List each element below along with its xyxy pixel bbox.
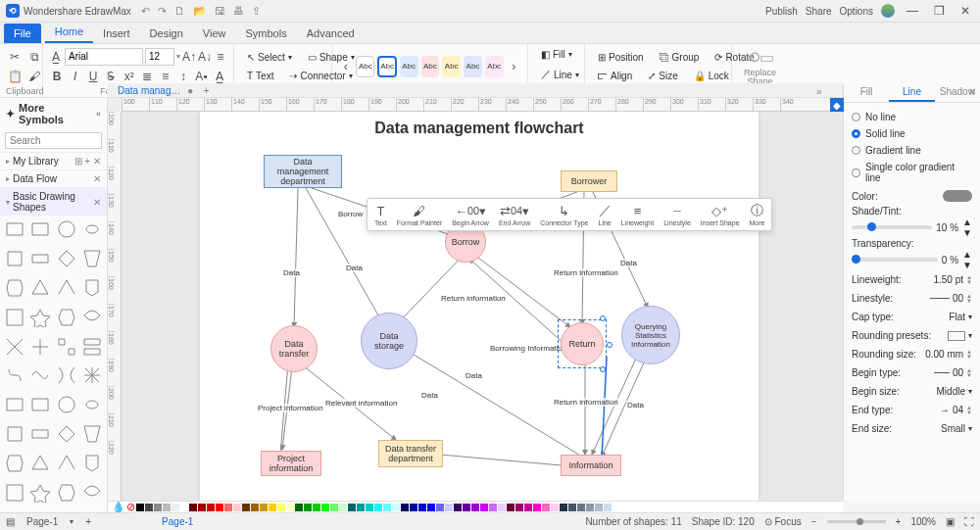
- shape-stencil[interactable]: [4, 249, 25, 268]
- shape-stencil[interactable]: [29, 424, 51, 444]
- node-information[interactable]: Information: [561, 455, 621, 476]
- color-swatch[interactable]: [507, 504, 514, 511]
- linestyle-preview[interactable]: [930, 298, 950, 299]
- shape-stencil[interactable]: [56, 219, 77, 239]
- color-swatch[interactable]: [295, 504, 303, 511]
- text-tool-button[interactable]: TText: [240, 68, 280, 84]
- color-swatch[interactable]: [489, 504, 497, 511]
- panel-close-icon[interactable]: ✕: [968, 86, 976, 97]
- shape-stencil[interactable]: [56, 454, 77, 473]
- style-swatch[interactable]: Abc: [400, 56, 418, 77]
- superscript-icon[interactable]: x²: [122, 68, 137, 85]
- color-swatch[interactable]: [216, 504, 223, 511]
- color-swatch[interactable]: [568, 504, 576, 511]
- fullscreen-icon[interactable]: ⛶: [964, 516, 974, 527]
- color-swatch[interactable]: [242, 504, 250, 511]
- color-swatch[interactable]: [410, 504, 417, 511]
- shape-stencil[interactable]: [29, 278, 51, 298]
- tab-symbols[interactable]: Symbols: [236, 24, 297, 43]
- styles-next-icon[interactable]: ›: [507, 58, 521, 75]
- color-swatch[interactable]: [357, 504, 365, 511]
- color-swatch[interactable]: [277, 504, 285, 511]
- linestyle-spinner[interactable]: ▲▼: [966, 294, 972, 304]
- color-swatch[interactable]: [586, 504, 594, 511]
- node-borrower[interactable]: Borrower: [561, 170, 617, 192]
- node-query[interactable]: Querying Statistics Information: [621, 306, 680, 364]
- group-button[interactable]: ⿻Group: [653, 49, 707, 66]
- shape-stencil[interactable]: [81, 278, 103, 298]
- color-swatch[interactable]: [198, 504, 206, 511]
- doc-tab[interactable]: Data manag… ●: [118, 85, 193, 96]
- begin-size-dropdown-icon[interactable]: ▾: [968, 387, 972, 396]
- ctx-insert-shape-button[interactable]: ◇⁺Insert Shape: [696, 201, 745, 228]
- new-icon[interactable]: 🗋: [174, 5, 185, 18]
- line-color-swatch[interactable]: [943, 190, 972, 202]
- bullets-icon[interactable]: ≣: [139, 68, 155, 85]
- ctx-linestyle-button[interactable]: ┈Linestyle: [659, 201, 696, 228]
- style-swatch[interactable]: Abc: [377, 56, 396, 77]
- shape-stencil[interactable]: [4, 483, 25, 503]
- shape-stencil[interactable]: [4, 337, 25, 357]
- shape-stencil[interactable]: [81, 219, 103, 239]
- shape-stencil[interactable]: [4, 395, 25, 414]
- highlight-icon[interactable]: A▪: [193, 68, 209, 85]
- node-data-mgmt-dept[interactable]: Data management department: [264, 155, 342, 188]
- color-swatch[interactable]: [454, 504, 462, 511]
- replace-shape-button[interactable]: ⟲▭ Replace Shape: [738, 46, 782, 88]
- shape-stencil[interactable]: [56, 308, 77, 327]
- bold-icon[interactable]: B: [49, 68, 65, 85]
- ctx-connector-type-button[interactable]: ↳Connector Type: [535, 201, 593, 228]
- shape-stencil[interactable]: [29, 365, 51, 385]
- color-swatch[interactable]: [180, 504, 188, 511]
- zoom-in-icon[interactable]: +: [896, 516, 902, 527]
- strike-icon[interactable]: S̶: [103, 68, 119, 85]
- color-swatch[interactable]: [136, 504, 144, 511]
- ctx-begin-arrow-button[interactable]: ← 00▾Begin Arrow: [447, 201, 494, 228]
- shape-stencil[interactable]: [29, 395, 51, 414]
- node-storage[interactable]: Data storage: [361, 313, 417, 369]
- size-button[interactable]: ⤢Size: [641, 68, 684, 84]
- ctx-more-button[interactable]: ⓘMore: [745, 201, 770, 228]
- color-swatch[interactable]: [595, 504, 603, 511]
- text-color-icon[interactable]: A̲: [212, 68, 227, 85]
- status-page-dropdown-icon[interactable]: ▾: [70, 517, 74, 526]
- tab-home[interactable]: Home: [45, 22, 93, 43]
- color-swatch[interactable]: [392, 504, 400, 511]
- share-button[interactable]: Share: [806, 6, 832, 17]
- shape-stencil[interactable]: [81, 424, 103, 444]
- style-swatch[interactable]: Abc: [356, 56, 374, 77]
- format-painter-icon[interactable]: 🖌: [25, 68, 43, 85]
- focus-mode-button[interactable]: ⊙ Focus: [764, 516, 802, 527]
- ctx-text-button[interactable]: TText: [369, 201, 392, 228]
- color-swatch[interactable]: [427, 504, 435, 511]
- minimize-icon[interactable]: —: [903, 4, 922, 18]
- color-swatch[interactable]: [401, 504, 409, 511]
- no-color-icon[interactable]: ⊘: [126, 501, 135, 512]
- shape-stencil[interactable]: [56, 337, 77, 357]
- color-swatch[interactable]: [524, 504, 532, 511]
- ctx-lineweight-button[interactable]: ≡Lineweight: [616, 201, 659, 228]
- end-size-value[interactable]: Small: [941, 423, 965, 434]
- begin-type-spinner[interactable]: ▲▼: [966, 368, 972, 378]
- shape-stencil[interactable]: [4, 424, 25, 444]
- shape-stencil[interactable]: [56, 424, 77, 444]
- tab-view[interactable]: View: [193, 24, 236, 43]
- tab-design[interactable]: Design: [140, 24, 193, 43]
- opt-solid-line[interactable]: Solid line: [852, 125, 972, 142]
- color-swatch[interactable]: [269, 504, 276, 511]
- shape-stencil[interactable]: [4, 278, 25, 298]
- color-swatch[interactable]: [233, 504, 241, 511]
- italic-icon[interactable]: I: [67, 68, 82, 85]
- symbols-header[interactable]: ✦ More Symbols «: [0, 98, 107, 129]
- begin-size-value[interactable]: Middle: [937, 386, 965, 397]
- line-spacing-icon[interactable]: ↕: [175, 68, 191, 85]
- underline-icon[interactable]: U: [85, 68, 101, 85]
- shape-stencil[interactable]: [29, 454, 51, 473]
- font-shrink-icon[interactable]: A↓: [198, 48, 212, 66]
- select-tool-button[interactable]: ↖Select▾: [240, 49, 299, 66]
- shape-stencil[interactable]: [4, 308, 25, 327]
- transparency-spinner[interactable]: ▲▼: [962, 249, 972, 270]
- color-swatch[interactable]: [330, 504, 338, 511]
- maximize-icon[interactable]: ❐: [930, 4, 949, 18]
- style-swatch[interactable]: Abc: [485, 56, 504, 77]
